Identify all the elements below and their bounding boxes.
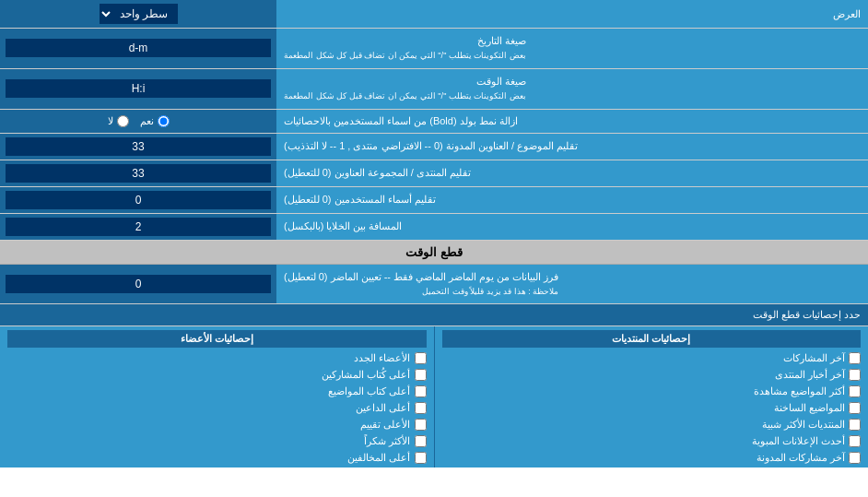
time-format-input-wrapper: H:i — [0, 69, 276, 109]
col2-header: إحصائيات الأعضاء — [7, 330, 427, 348]
cb-blog-posts[interactable] — [849, 452, 861, 464]
bold-no-label[interactable]: لا — [108, 115, 129, 127]
cb-hot-topics[interactable] — [849, 402, 861, 414]
checkbox-item: أعلى الداعين — [7, 402, 427, 414]
date-format-row: صيغة التاريخبعض التكوينات يتطلب "/" التي… — [0, 29, 868, 69]
checkbox-item: أكثر المواضيع مشاهدة — [442, 385, 862, 397]
cb-latest-ads[interactable] — [849, 435, 861, 447]
username-trim-label: تقليم أسماء المستخدمين (0 للتعطيل) — [276, 187, 868, 213]
checkboxes-grid: إحصائيات المنتديات آخر المشاركات آخر أخب… — [0, 326, 868, 467]
checkbox-item: المنتديات الأكثر شبية — [442, 419, 862, 431]
checkbox-item: آخر مشاركات المدونة — [442, 452, 862, 464]
cb-similar-forums[interactable] — [849, 419, 861, 431]
col1-header: إحصائيات المنتديات — [442, 330, 862, 348]
username-trim-input[interactable]: 0 — [6, 191, 271, 209]
cb-top-posters[interactable] — [415, 369, 427, 381]
bold-yes-label[interactable]: نعم — [140, 115, 170, 127]
display-select[interactable]: سطر واحد سطران ثلاثة أسطر — [100, 4, 178, 24]
bold-remove-row: ازالة نمط بولد (Bold) من اسماء المستخدمي… — [0, 110, 868, 134]
cb-most-viewed[interactable] — [849, 385, 861, 397]
cb-last-posts[interactable] — [849, 352, 861, 364]
cutoff-input-wrapper: 0 — [0, 265, 276, 304]
checkbox-item: آخر أخبار المنتدى — [442, 369, 862, 381]
bold-yes-radio[interactable] — [158, 115, 170, 127]
checkbox-item: أعلى المخالفين — [7, 452, 427, 464]
username-trim-input-wrapper: 0 — [0, 187, 276, 213]
cb-top-callers[interactable] — [415, 402, 427, 414]
cell-distance-input[interactable]: 2 — [6, 218, 271, 236]
checkbox-item: آخر المشاركات — [442, 352, 862, 364]
checkboxes-title-text: حدد إحصائيات قطع الوقت — [753, 309, 861, 320]
forum-trim-row: تقليم المنتدى / المجموعة العناوين (0 للت… — [0, 160, 868, 187]
cutoff-input[interactable]: 0 — [6, 275, 271, 293]
checkbox-item: الأكثر شكراً — [7, 435, 427, 447]
username-trim-row: تقليم أسماء المستخدمين (0 للتعطيل) 0 — [0, 187, 868, 214]
forum-trim-input[interactable]: 33 — [6, 164, 271, 183]
cb-most-thanks[interactable] — [415, 435, 427, 447]
topic-trim-input-wrapper: 33 — [0, 134, 276, 160]
cutoff-section-header: قطع الوقت — [0, 241, 868, 265]
checkbox-col-members: إحصائيات الأعضاء الأعضاء الجدد أعلى كُتا… — [0, 326, 434, 467]
bold-remove-label: ازالة نمط بولد (Bold) من اسماء المستخدمي… — [276, 110, 868, 133]
date-format-input-wrapper: d-m — [0, 29, 276, 68]
cell-distance-input-wrapper: 2 — [0, 214, 276, 240]
checkbox-item: الأعضاء الجدد — [7, 352, 427, 364]
topic-trim-label: تقليم الموضوع / العناوين المدونة (0 -- ا… — [276, 134, 868, 160]
date-format-label: صيغة التاريخبعض التكوينات يتطلب "/" التي… — [276, 29, 868, 68]
topic-trim-row: تقليم الموضوع / العناوين المدونة (0 -- ا… — [0, 134, 868, 160]
cutoff-row: فرز البيانات من يوم الماضر الماضي فقط --… — [0, 265, 868, 305]
col-divider — [434, 326, 435, 467]
main-container: العرض سطر واحد سطران ثلاثة أسطر صيغة الت… — [0, 0, 868, 467]
forum-trim-label: تقليم المنتدى / المجموعة العناوين (0 للت… — [276, 160, 868, 186]
checkbox-item: الأعلى تقييم — [7, 419, 427, 431]
cell-distance-label: المسافة بين الخلايا (بالبكسل) — [276, 214, 868, 240]
display-row: العرض سطر واحد سطران ثلاثة أسطر — [0, 0, 868, 29]
cb-last-news[interactable] — [849, 369, 861, 381]
cb-new-members[interactable] — [415, 352, 427, 364]
cb-top-topic-writers[interactable] — [415, 385, 427, 397]
forum-trim-input-wrapper: 33 — [0, 160, 276, 186]
time-format-label: صيغة الوقتبعض التكوينات يتطلب "/" التي ي… — [276, 69, 868, 109]
checkbox-item: أعلى كتاب المواضيع — [7, 385, 427, 397]
cb-top-violators[interactable] — [415, 452, 427, 464]
checkbox-item: أعلى كُتاب المشاركين — [7, 369, 427, 381]
display-label: العرض — [276, 4, 868, 25]
date-format-input[interactable]: d-m — [6, 39, 271, 57]
display-select-wrapper: سطر واحد سطران ثلاثة أسطر — [0, 0, 276, 28]
checkbox-item: أحدث الإعلانات المبوية — [442, 435, 862, 447]
bold-remove-input-wrapper: نعم لا — [0, 110, 276, 133]
checkboxes-title: حدد إحصائيات قطع الوقت — [0, 304, 868, 326]
cutoff-label: فرز البيانات من يوم الماضر الماضي فقط --… — [276, 265, 868, 304]
topic-trim-input[interactable]: 33 — [6, 137, 271, 156]
checkbox-item: المواضيع الساخنة — [442, 402, 862, 414]
time-format-row: صيغة الوقتبعض التكوينات يتطلب "/" التي ي… — [0, 69, 868, 110]
cell-distance-row: المسافة بين الخلايا (بالبكسل) 2 — [0, 214, 868, 241]
checkbox-col-forums: إحصائيات المنتديات آخر المشاركات آخر أخب… — [435, 326, 869, 467]
cb-top-rated[interactable] — [415, 419, 427, 431]
time-format-input[interactable]: H:i — [6, 79, 271, 98]
bold-no-radio[interactable] — [117, 115, 129, 127]
